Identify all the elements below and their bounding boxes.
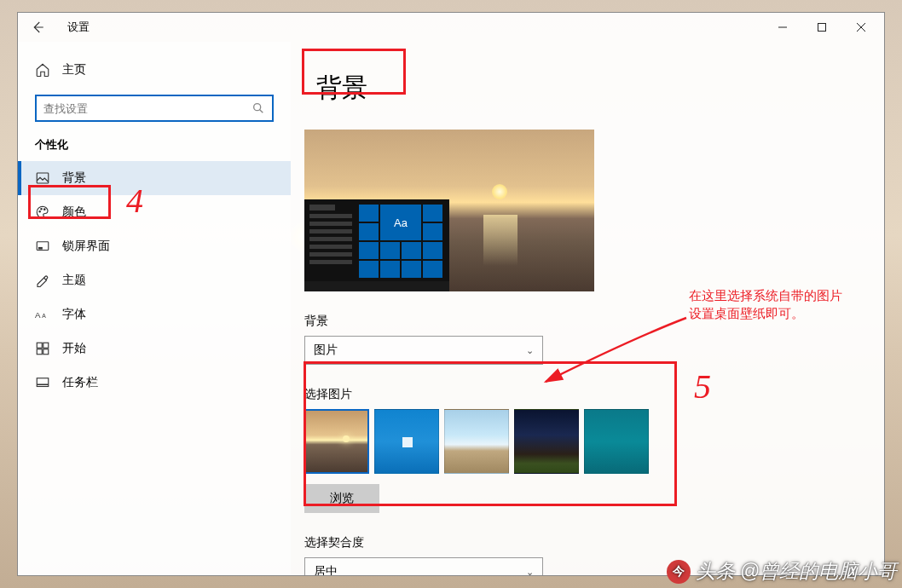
search-input[interactable] bbox=[43, 102, 252, 115]
theme-icon bbox=[35, 273, 50, 288]
browse-button[interactable]: 浏览 bbox=[304, 484, 379, 513]
svg-rect-16 bbox=[37, 349, 42, 355]
section-title: 个性化 bbox=[18, 137, 291, 161]
sidebar-item-fonts[interactable]: AA 字体 bbox=[18, 297, 291, 331]
fit-label: 选择契合度 bbox=[304, 535, 857, 551]
search-icon bbox=[252, 101, 265, 115]
svg-point-8 bbox=[41, 209, 43, 210]
sidebar-item-label: 主题 bbox=[62, 273, 86, 288]
select-value: 图片 bbox=[314, 343, 338, 358]
svg-point-7 bbox=[39, 211, 41, 213]
svg-line-5 bbox=[260, 110, 263, 113]
app-title: 设置 bbox=[67, 20, 90, 35]
svg-text:A: A bbox=[42, 313, 46, 319]
svg-rect-14 bbox=[37, 343, 42, 348]
settings-window: 设置 主页 个性化 bbox=[17, 12, 885, 576]
background-type-select[interactable]: 图片 ⌄ bbox=[304, 336, 543, 365]
svg-rect-18 bbox=[37, 378, 49, 387]
sidebar-item-themes[interactable]: 主题 bbox=[18, 263, 291, 297]
svg-rect-6 bbox=[37, 173, 49, 183]
maximize-button[interactable] bbox=[802, 14, 841, 41]
picture-thumb-1[interactable] bbox=[304, 409, 369, 474]
svg-rect-11 bbox=[39, 248, 43, 250]
home-label: 主页 bbox=[62, 62, 86, 78]
sidebar-item-label: 开始 bbox=[62, 341, 86, 356]
choose-picture-label: 选择图片 bbox=[304, 387, 857, 402]
sidebar-item-start[interactable]: 开始 bbox=[18, 331, 291, 366]
picture-thumb-4[interactable] bbox=[514, 409, 579, 474]
picture-thumb-2[interactable] bbox=[374, 409, 439, 474]
picture-icon bbox=[35, 170, 50, 186]
back-button[interactable] bbox=[30, 20, 45, 35]
watermark-text: @曾经的电脑小哥 bbox=[740, 558, 897, 585]
picture-thumb-3[interactable] bbox=[444, 409, 509, 474]
sidebar: 主页 个性化 背景 颜色 锁屏界面 bbox=[18, 42, 291, 575]
sidebar-item-label: 锁屏界面 bbox=[62, 239, 110, 254]
picture-thumb-5[interactable] bbox=[584, 409, 649, 474]
select-value: 居中 bbox=[314, 564, 338, 575]
watermark: 今 头条 @曾经的电脑小哥 bbox=[667, 558, 897, 585]
start-icon bbox=[35, 341, 50, 356]
preview-sample-tile: Aa bbox=[380, 205, 421, 240]
svg-rect-17 bbox=[43, 349, 49, 355]
sidebar-item-colors[interactable]: 颜色 bbox=[18, 195, 291, 229]
window-controls bbox=[763, 14, 881, 41]
watermark-prefix: 头条 bbox=[696, 558, 735, 585]
desktop-preview: Aa bbox=[304, 130, 594, 291]
chevron-down-icon: ⌄ bbox=[526, 345, 534, 356]
sidebar-item-taskbar[interactable]: 任务栏 bbox=[18, 366, 291, 400]
sidebar-item-label: 颜色 bbox=[62, 205, 86, 220]
fit-select[interactable]: 居中 ⌄ bbox=[304, 557, 543, 575]
sidebar-item-label: 任务栏 bbox=[62, 375, 98, 390]
minimize-button[interactable] bbox=[763, 14, 802, 41]
main-content: 背景 Aa 背景 图片 ⌄ bbox=[291, 42, 884, 575]
background-type-label: 背景 bbox=[304, 314, 857, 329]
titlebar: 设置 bbox=[18, 13, 884, 42]
home-nav[interactable]: 主页 bbox=[18, 55, 291, 84]
svg-point-4 bbox=[254, 104, 261, 111]
svg-rect-15 bbox=[43, 343, 49, 348]
search-box[interactable] bbox=[35, 95, 274, 122]
home-icon bbox=[35, 62, 50, 78]
sidebar-item-label: 背景 bbox=[62, 170, 86, 186]
sidebar-item-background[interactable]: 背景 bbox=[18, 161, 291, 195]
svg-point-9 bbox=[44, 209, 46, 210]
font-icon: AA bbox=[35, 307, 50, 322]
svg-text:A: A bbox=[35, 310, 41, 320]
taskbar-icon bbox=[35, 375, 50, 390]
watermark-logo-icon: 今 bbox=[667, 560, 691, 584]
picture-thumbnails bbox=[304, 409, 857, 474]
svg-rect-1 bbox=[818, 24, 826, 32]
palette-icon bbox=[35, 205, 50, 220]
sidebar-item-label: 字体 bbox=[62, 307, 86, 322]
lockscreen-icon bbox=[35, 239, 50, 254]
page-title: 背景 bbox=[304, 66, 857, 111]
close-button[interactable] bbox=[841, 14, 881, 41]
sidebar-item-lockscreen[interactable]: 锁屏界面 bbox=[18, 229, 291, 263]
chevron-down-icon: ⌄ bbox=[526, 567, 534, 576]
